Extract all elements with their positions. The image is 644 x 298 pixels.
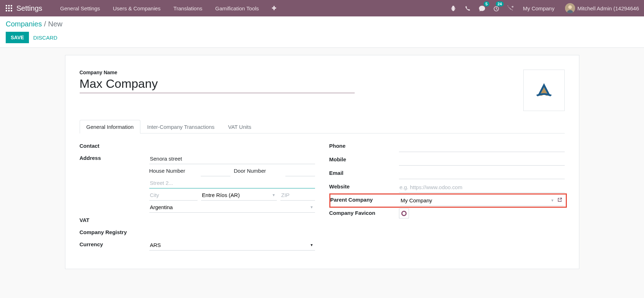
external-link-icon[interactable] xyxy=(556,197,564,203)
street-input[interactable] xyxy=(149,153,315,164)
form-col-right: Phone Mobile Email Website Parent Compan… xyxy=(329,140,565,252)
nav-menu: General Settings Users & Companies Trans… xyxy=(54,0,283,16)
vat-label: VAT xyxy=(80,216,149,223)
nav-item-add[interactable]: ✚ xyxy=(265,0,283,16)
svg-rect-0 xyxy=(6,5,7,6)
tab-general-info[interactable]: General Information xyxy=(80,120,141,133)
form-sheet: Company Name General Information Inter-C… xyxy=(65,55,579,269)
email-label: Email xyxy=(329,168,399,176)
favicon-label: Company Favicon xyxy=(329,208,399,216)
timer-badge: 24 xyxy=(496,1,504,6)
country-value[interactable] xyxy=(149,202,309,212)
parent-company-value[interactable] xyxy=(400,195,549,206)
chevron-down-icon[interactable]: ▼ xyxy=(270,193,277,197)
tools-icon[interactable] xyxy=(506,4,514,12)
nav-item-users-companies[interactable]: Users & Companies xyxy=(106,0,167,16)
address-label: Address xyxy=(80,153,149,161)
registry-label: Company Registry xyxy=(80,228,149,235)
zip-input[interactable] xyxy=(280,190,315,201)
street2-input[interactable] xyxy=(149,178,315,188)
favicon-upload[interactable] xyxy=(399,208,409,218)
company-name-input[interactable] xyxy=(80,76,355,93)
svg-rect-2 xyxy=(11,5,12,6)
svg-rect-1 xyxy=(8,5,10,6)
bug-icon[interactable] xyxy=(449,4,457,12)
svg-rect-3 xyxy=(6,7,7,9)
svg-rect-4 xyxy=(8,7,10,9)
save-button[interactable]: SAVE xyxy=(6,32,29,43)
control-panel: Companies / New SAVE DISCARD xyxy=(0,16,644,48)
mobile-label: Mobile xyxy=(329,155,399,162)
user-name: Mitchell Admin (14294646 xyxy=(577,5,639,11)
website-input[interactable] xyxy=(399,182,565,193)
discard-button[interactable]: DISCARD xyxy=(33,35,58,41)
parent-company-row: Parent Company ▼ xyxy=(329,193,567,208)
currency-value[interactable] xyxy=(149,240,309,250)
phone-input[interactable] xyxy=(399,141,565,152)
chevron-down-icon[interactable]: ▼ xyxy=(309,243,315,247)
nav-item-translations[interactable]: Translations xyxy=(167,0,209,16)
state-select[interactable]: ▼ xyxy=(201,190,277,201)
tab-intercompany[interactable]: Inter-Company Transactions xyxy=(140,120,221,133)
contact-label: Contact xyxy=(80,141,149,149)
country-select[interactable]: ▼ xyxy=(149,202,315,213)
apps-icon[interactable] xyxy=(3,2,15,14)
breadcrumb: Companies / New xyxy=(6,20,638,28)
mobile-input[interactable] xyxy=(399,155,565,166)
user-menu[interactable]: Mitchell Admin (14294646 xyxy=(563,3,641,13)
breadcrumb-root[interactable]: Companies xyxy=(6,20,42,28)
form-container: Company Name General Information Inter-C… xyxy=(0,48,644,276)
svg-rect-8 xyxy=(11,10,12,11)
city-input[interactable] xyxy=(149,190,198,201)
form-col-left: Contact Address House Number Door Number xyxy=(80,140,315,252)
messages-badge: 5 xyxy=(484,1,489,6)
phone-icon[interactable] xyxy=(464,4,471,12)
tab-vat-units[interactable]: VAT Units xyxy=(221,120,258,133)
svg-rect-7 xyxy=(8,10,10,11)
phone-label: Phone xyxy=(329,141,399,149)
svg-point-11 xyxy=(568,5,572,9)
nav-right: 5 24 My Company Mitchell Admin (14294646 xyxy=(449,3,641,13)
svg-rect-6 xyxy=(6,10,7,11)
state-value[interactable] xyxy=(201,190,270,200)
parent-company-label: Parent Company xyxy=(330,195,400,203)
website-label: Website xyxy=(329,182,399,190)
parent-company-select[interactable]: ▼ xyxy=(400,195,564,206)
company-logo[interactable] xyxy=(523,70,565,111)
house-number-label: House Number xyxy=(149,166,198,176)
chevron-down-icon[interactable]: ▼ xyxy=(309,205,315,209)
currency-select[interactable]: ▼ xyxy=(149,240,315,251)
door-number-label: Door Number xyxy=(234,166,282,176)
navbar: Settings General Settings Users & Compan… xyxy=(0,0,644,16)
breadcrumb-sep: / xyxy=(44,20,46,28)
avatar-icon xyxy=(565,3,575,13)
currency-label: Currency xyxy=(80,240,149,247)
tabs: General Information Inter-Company Transa… xyxy=(80,120,565,133)
nav-item-general-settings[interactable]: General Settings xyxy=(54,0,106,16)
door-number-input[interactable] xyxy=(285,166,315,176)
svg-rect-5 xyxy=(11,7,12,9)
email-input[interactable] xyxy=(399,168,565,179)
company-switcher[interactable]: My Company xyxy=(521,5,556,11)
nav-item-gamification[interactable]: Gamification Tools xyxy=(209,0,265,16)
breadcrumb-current: New xyxy=(48,20,63,28)
company-name-label: Company Name xyxy=(80,70,523,75)
chevron-down-icon[interactable]: ▼ xyxy=(549,198,556,202)
timer-icon[interactable]: 24 xyxy=(492,4,500,12)
svg-point-12 xyxy=(402,211,406,216)
app-brand[interactable]: Settings xyxy=(16,4,42,12)
house-number-input[interactable] xyxy=(201,166,230,176)
messages-icon[interactable]: 5 xyxy=(478,4,486,12)
